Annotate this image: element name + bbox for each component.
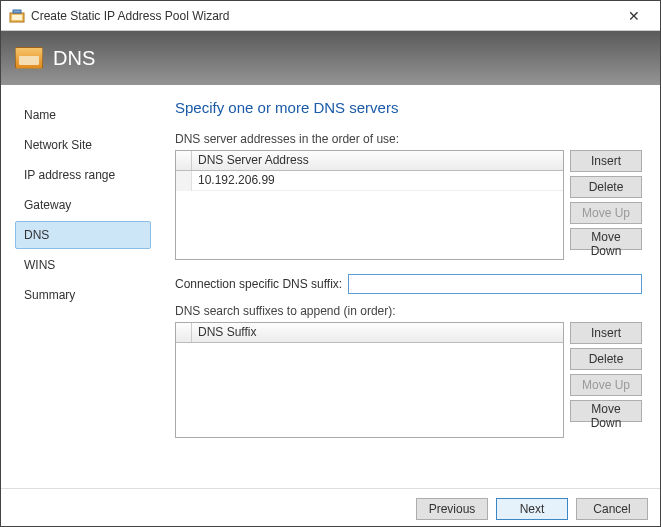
- app-icon: [9, 8, 25, 24]
- svg-rect-2: [13, 10, 21, 13]
- nav-item-wins[interactable]: WINS: [15, 251, 151, 279]
- nav-item-ip-address-range[interactable]: IP address range: [15, 161, 151, 189]
- close-button[interactable]: ✕: [614, 2, 654, 30]
- previous-button[interactable]: Previous: [416, 498, 488, 520]
- table-row[interactable]: 10.192.206.99: [176, 171, 563, 191]
- dns-servers-movedown-button[interactable]: Move Down: [570, 228, 642, 250]
- cancel-button[interactable]: Cancel: [576, 498, 648, 520]
- row-gutter: [176, 171, 192, 191]
- dns-suffixes-delete-button[interactable]: Delete: [570, 348, 642, 370]
- dns-servers-moveup-button: Move Up: [570, 202, 642, 224]
- nav-item-dns[interactable]: DNS: [15, 221, 151, 249]
- dns-servers-label: DNS server addresses in the order of use…: [175, 132, 642, 146]
- titlebar: Create Static IP Address Pool Wizard ✕: [1, 1, 660, 31]
- banner-title: DNS: [53, 47, 95, 70]
- dns-servers-col-header: DNS Server Address: [192, 151, 563, 170]
- dns-servers-insert-button[interactable]: Insert: [570, 150, 642, 172]
- dns-suffixes-moveup-button: Move Up: [570, 374, 642, 396]
- dns-server-cell[interactable]: 10.192.206.99: [192, 171, 563, 191]
- next-button[interactable]: Next: [496, 498, 568, 520]
- svg-rect-1: [12, 15, 22, 20]
- window-title: Create Static IP Address Pool Wizard: [31, 9, 614, 23]
- grid-gutter: [176, 151, 192, 170]
- dns-suffixes-insert-button[interactable]: Insert: [570, 322, 642, 344]
- dns-suffixes-label: DNS search suffixes to append (in order)…: [175, 304, 642, 318]
- dns-suffixes-grid[interactable]: DNS Suffix: [175, 322, 564, 438]
- nav-item-name[interactable]: Name: [15, 101, 151, 129]
- wizard-footer: Previous Next Cancel: [1, 488, 660, 527]
- banner-icon: [15, 47, 43, 69]
- grid-gutter: [176, 323, 192, 342]
- page-heading: Specify one or more DNS servers: [175, 99, 642, 116]
- wizard-nav: Name Network Site IP address range Gatew…: [1, 85, 161, 488]
- dns-servers-grid[interactable]: DNS Server Address 10.192.206.99: [175, 150, 564, 260]
- dns-suffixes-col-header: DNS Suffix: [192, 323, 563, 342]
- connection-suffix-input[interactable]: [348, 274, 642, 294]
- nav-item-summary[interactable]: Summary: [15, 281, 151, 309]
- connection-suffix-label: Connection specific DNS suffix:: [175, 277, 342, 291]
- nav-item-network-site[interactable]: Network Site: [15, 131, 151, 159]
- dns-servers-delete-button[interactable]: Delete: [570, 176, 642, 198]
- nav-item-gateway[interactable]: Gateway: [15, 191, 151, 219]
- dns-suffixes-movedown-button[interactable]: Move Down: [570, 400, 642, 422]
- main-panel: Specify one or more DNS servers DNS serv…: [161, 85, 660, 488]
- banner: DNS: [1, 31, 660, 85]
